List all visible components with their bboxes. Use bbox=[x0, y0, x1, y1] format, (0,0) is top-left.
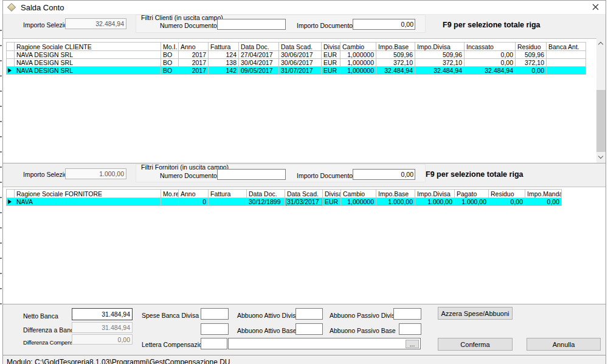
header-cell: Impo.Base bbox=[376, 43, 415, 51]
cell[interactable]: 1,000000 bbox=[340, 51, 376, 59]
table-row-selected[interactable]: NAVA 0 30/12/1899 31/03/2017 EUR 1,00000… bbox=[7, 198, 562, 206]
cell[interactable] bbox=[547, 59, 586, 67]
cell[interactable]: 1,000000 bbox=[341, 198, 376, 206]
cell[interactable]: 30/06/2017 bbox=[279, 51, 322, 59]
cell[interactable]: 142 bbox=[209, 67, 239, 75]
conferma-button[interactable]: Conferma bbox=[438, 338, 513, 351]
lettera-compensazione-code-input[interactable] bbox=[201, 338, 227, 349]
cell[interactable] bbox=[547, 67, 586, 75]
numero-documento-fornitori-input[interactable] bbox=[217, 169, 286, 180]
header-cell: Data Doc. bbox=[239, 43, 279, 51]
cell[interactable]: 2017 bbox=[179, 51, 209, 59]
cell[interactable] bbox=[547, 51, 586, 59]
cell[interactable]: 1.000,00 bbox=[376, 198, 415, 206]
cell[interactable]: 1,000000 bbox=[340, 67, 376, 75]
abbuono-attivo-base-input[interactable] bbox=[295, 323, 323, 335]
cell[interactable]: 509,96 bbox=[516, 51, 547, 59]
cell[interactable]: 0,00 bbox=[516, 67, 547, 75]
cell[interactable]: NAVA DESIGN SRL bbox=[15, 67, 161, 75]
header-cell: Data Scad. bbox=[279, 43, 322, 51]
cell[interactable]: BO bbox=[161, 59, 179, 67]
row-selector-cell[interactable] bbox=[7, 51, 15, 59]
filtri-clienti-title: Filtri Clienti (in uscita campo) bbox=[141, 14, 223, 21]
cell[interactable]: 1.000,00 bbox=[415, 198, 455, 206]
scroll-down-button[interactable] bbox=[596, 153, 606, 163]
cell-incassato-zero[interactable]: 0,00 bbox=[465, 51, 516, 59]
scrollbar-thumb[interactable] bbox=[596, 90, 606, 152]
cell[interactable]: 1,000000 bbox=[340, 59, 376, 67]
cell[interactable]: 2017 bbox=[179, 67, 209, 75]
cell-incassato-zero[interactable]: 0,00 bbox=[465, 59, 516, 67]
abbuono-attivo-divisa-input[interactable] bbox=[295, 308, 323, 320]
cell[interactable]: 509,96 bbox=[376, 51, 415, 59]
importo-documento-clienti-input[interactable] bbox=[353, 19, 415, 30]
header-cell bbox=[7, 190, 15, 198]
spese-banca-base-input[interactable] bbox=[201, 323, 229, 335]
cell[interactable]: 0,00 bbox=[525, 198, 562, 206]
importo-documento-fornitori-input[interactable] bbox=[353, 169, 415, 180]
cell[interactable]: 2017 bbox=[179, 59, 209, 67]
lettera-lookup-button[interactable]: ... bbox=[406, 340, 419, 348]
cell[interactable] bbox=[209, 198, 247, 206]
cell[interactable]: NAVA bbox=[15, 198, 161, 206]
table-row[interactable]: NAVA DESIGN SRL BO 2017 138 30/04/2017 3… bbox=[7, 59, 586, 67]
f9-hint-fornitori: F9 per selezione totale riga bbox=[426, 170, 523, 179]
cell[interactable]: 124 bbox=[209, 51, 239, 59]
annulla-button[interactable]: Annulla bbox=[527, 338, 601, 351]
netto-banca-field[interactable]: 31.484,94 bbox=[72, 308, 133, 320]
row-selector-cell[interactable] bbox=[7, 59, 15, 67]
numero-documento-clienti-input[interactable] bbox=[217, 19, 286, 30]
cell[interactable]: EUR bbox=[323, 198, 341, 206]
cell[interactable]: 509,96 bbox=[415, 51, 465, 59]
cell[interactable]: 1.000,00 bbox=[455, 198, 489, 206]
row-selector-cell[interactable] bbox=[7, 198, 15, 206]
cell[interactable]: 31/07/2017 bbox=[279, 67, 322, 75]
header-cell: Cambio bbox=[340, 43, 376, 51]
abbuono-passivo-divisa-label: Abbuono Passivo Divisa bbox=[330, 312, 398, 319]
cell[interactable]: BO bbox=[161, 51, 179, 59]
cell[interactable]: 32.484,94 bbox=[376, 67, 415, 75]
cell[interactable]: 32.484,94 bbox=[465, 67, 516, 75]
header-cell bbox=[7, 43, 15, 51]
fornitori-grid: Ragione Sociale FORNITORE Mo.re Anno Fat… bbox=[6, 189, 562, 206]
cell[interactable]: BO bbox=[161, 67, 179, 75]
row-selector-cell[interactable] bbox=[7, 67, 15, 75]
cell[interactable]: EUR bbox=[322, 59, 340, 67]
abbuono-passivo-divisa-input[interactable] bbox=[393, 308, 421, 320]
abbuono-passivo-base-input[interactable] bbox=[399, 323, 421, 335]
chevron-up-icon bbox=[598, 42, 603, 47]
cell[interactable]: 0 bbox=[179, 198, 209, 206]
cell[interactable]: 0,00 bbox=[489, 198, 525, 206]
azzera-spese-abbuoni-button[interactable]: Azzera Spese/Abbuoni bbox=[438, 307, 513, 320]
vertical-scrollbar[interactable] bbox=[596, 39, 606, 163]
cell[interactable]: 30/12/1899 bbox=[247, 198, 285, 206]
status-text: Modulo: C:\GoldTesoreria8.1.03\Programmi… bbox=[7, 358, 606, 364]
header-cell: Ragione Sociale FORNITORE bbox=[15, 190, 161, 198]
cell[interactable]: EUR bbox=[322, 51, 340, 59]
importo-documento-clienti-label: Importo Documento bbox=[297, 22, 353, 29]
cell[interactable]: 138 bbox=[209, 59, 239, 67]
cell[interactable]: 32.484,94 bbox=[415, 67, 465, 75]
cell[interactable]: NAVA DESIGN SRL bbox=[15, 59, 161, 67]
cell-focused[interactable]: 31/03/2017 bbox=[285, 198, 323, 206]
table-row-selected[interactable]: NAVA DESIGN SRL BO 2017 142 09/05/2017 3… bbox=[7, 67, 586, 75]
cell[interactable]: 372,10 bbox=[516, 59, 547, 67]
cell[interactable]: 30/04/2017 bbox=[239, 59, 279, 67]
cell[interactable]: 372,10 bbox=[415, 59, 465, 67]
scroll-up-button[interactable] bbox=[596, 39, 606, 49]
cell[interactable]: 27/04/2017 bbox=[239, 51, 279, 59]
cell[interactable] bbox=[161, 198, 179, 206]
spese-banca-divisa-input[interactable] bbox=[201, 308, 229, 320]
header-cell: Mo.re bbox=[161, 190, 179, 198]
cell[interactable]: 30/06/2017 bbox=[279, 59, 322, 67]
abbuono-attivo-base-label: Abbuono Attivo Base bbox=[237, 327, 297, 334]
lettera-compensazione-text-input[interactable] bbox=[228, 338, 421, 349]
cell[interactable]: 09/05/2017 bbox=[239, 67, 279, 75]
header-cell: Cambio bbox=[341, 190, 376, 198]
table-row[interactable]: NAVA DESIGN SRL BO 2017 124 27/04/2017 3… bbox=[7, 51, 586, 59]
cell[interactable]: NAVA DESIGN SRL bbox=[15, 51, 161, 59]
close-button[interactable] bbox=[587, 2, 603, 13]
cell[interactable]: EUR bbox=[322, 67, 340, 75]
header-cell: Divisa bbox=[323, 190, 341, 198]
cell[interactable]: 372,10 bbox=[376, 59, 415, 67]
